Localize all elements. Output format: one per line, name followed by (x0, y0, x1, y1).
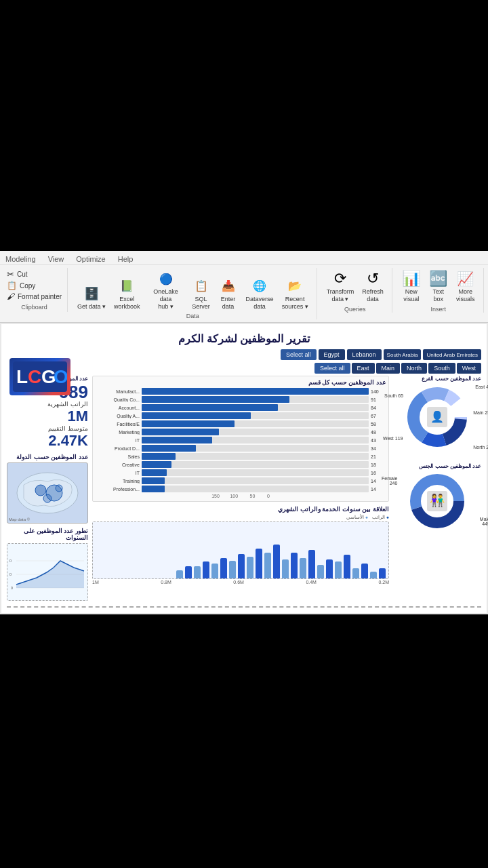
dept-bar-value: 140 (371, 389, 386, 394)
filter-bar-row1: Select all Egypt Lebanon South Arabia Un… (7, 349, 481, 360)
filter-select-all[interactable]: Select all (281, 349, 317, 360)
cut-button[interactable]: ✂ Cut (7, 269, 62, 279)
text-box-button[interactable]: 🔤 Textbox (426, 268, 451, 304)
filter2-south[interactable]: South (428, 363, 455, 374)
dept-bar-row: Quality A... 67 (96, 412, 386, 419)
filter-egypt[interactable]: Egypt (319, 349, 345, 360)
new-visual-button[interactable]: 📊 Newvisual (399, 268, 424, 304)
dash-content: عدد الموظفين حسب الفرع 👤 (7, 376, 481, 601)
dashboard-wrapper: L C G O تقرير الموظفين لشركة الكرم Selec… (0, 323, 488, 614)
dept-bar-row: Marketing 48 (96, 429, 386, 435)
dept-bar-fill (142, 396, 289, 403)
dept-chart-axis: 0 50 100 150 (96, 494, 386, 498)
map-attribution: © Map data (9, 517, 30, 521)
scatter-bar-dark (256, 549, 262, 578)
dataverse-icon: 🌐 (250, 277, 269, 296)
clipboard-label: Clipboard (7, 304, 62, 311)
filter-lebanon[interactable]: Lebanon (347, 349, 382, 360)
dept-bar-track (142, 477, 369, 484)
dept-bar-label: Quality A... (96, 414, 140, 418)
dept-bar-value: 67 (371, 414, 386, 418)
ribbon-tab-bar: Modeling View Optimize Help (0, 254, 488, 265)
scatter-bar-dark (203, 561, 209, 578)
new-visual-icon: 📊 (402, 269, 421, 288)
report-title: تقرير الموظفين لشركة الكرم (178, 333, 309, 344)
trend-line-chart: 0 200 400 (7, 543, 88, 601)
dept-bar-track (142, 404, 369, 411)
enter-data-button[interactable]: 📥 Enterdata (216, 275, 241, 312)
dept-bar-track (142, 486, 369, 492)
bottom-black-area (0, 614, 488, 865)
dept-bar-fill (142, 461, 171, 468)
onelake-button[interactable]: 🔵 OneLake datahub ▾ (146, 268, 186, 311)
queries-group-items: ⟳ Transformdata ▾ ↺ Refreshdata (324, 268, 386, 304)
dept-bar-label: IT (96, 471, 140, 475)
clipboard-group: ✂ Cut 📋 Copy 🖌 Format painter Clipboard (1, 268, 68, 312)
kpi-rating-label: متوسط التقييم (7, 425, 88, 432)
dept-bar-label: Training (96, 479, 140, 484)
filter-uae[interactable]: United Arab Emirates (423, 349, 481, 360)
tab-view[interactable]: View (48, 255, 64, 263)
tab-modeling[interactable]: Modeling (5, 255, 36, 263)
country-map: © Map data (7, 462, 88, 524)
scatter-bar-dark (326, 559, 333, 578)
dept-bar-fill (142, 412, 251, 419)
dataverse-button[interactable]: 🌐 Dataversedata (243, 275, 277, 312)
tab-help[interactable]: Help (118, 255, 134, 263)
onelake-icon: 🔵 (157, 269, 176, 288)
svg-text:O: O (54, 366, 67, 387)
get-data-button[interactable]: 🗄️ Get data ▾ (75, 283, 108, 312)
insert-group-label: Insert (431, 306, 447, 313)
scatter-x-axis: 0.2M0.4M0.6M0.8M1M (92, 580, 389, 585)
scatter-bar-dark (344, 555, 350, 578)
dept-bar-label: IT (96, 438, 140, 443)
dept-bar-label: Account... (96, 406, 140, 410)
refresh-icon: ↺ (363, 269, 382, 288)
format-painter-button[interactable]: 🖌 Format painter (7, 292, 62, 301)
sql-server-button[interactable]: 📋 SQLServer (189, 275, 214, 312)
queries-group-label: Queries (344, 306, 366, 313)
dept-bar-track (142, 429, 369, 435)
filter2-main[interactable]: Main (376, 363, 401, 374)
filter2-north[interactable]: North (401, 363, 427, 374)
scatter-legend: ● الراتب ● الأساسي (92, 515, 389, 520)
dept-bar-row: Product D... 34 (96, 445, 386, 452)
scatter-bar-dark (379, 568, 386, 578)
excel-workbook-button[interactable]: 📗 Excelworkbook (111, 275, 143, 312)
dept-bar-row: Facilities/E 58 (96, 420, 386, 427)
tab-optimize[interactable]: Optimize (76, 255, 105, 263)
dept-bar-fill (142, 388, 369, 395)
dept-bar-value: 58 (371, 422, 386, 427)
scatter-bar-light (352, 568, 359, 578)
svg-text:👤: 👤 (430, 410, 444, 423)
more-visuals-icon: 📈 (456, 269, 475, 288)
more-visuals-button[interactable]: 📈 Morevisuals (453, 268, 478, 304)
dept-bar-row: Sales 21 (96, 453, 386, 460)
recent-sources-button[interactable]: 📂 Recentsources ▾ (279, 275, 311, 312)
trend-chart-title: تطور عدد الموظفين على السنوات (7, 528, 88, 541)
dept-bar-fill (142, 486, 165, 492)
filter2-west[interactable]: West (457, 363, 481, 374)
dept-bar-fill (142, 445, 196, 452)
dept-bar-row: Quality Co... 91 (96, 396, 386, 403)
insert-group: 📊 Newvisual 🔤 Textbox 📈 Morevisuals Inse… (394, 268, 484, 313)
svg-text:C: C (28, 366, 42, 387)
transform-data-button[interactable]: ⟳ Transformdata ▾ (324, 268, 357, 304)
filter2-east[interactable]: East (352, 363, 375, 374)
dept-bar-label: Product D... (96, 446, 140, 451)
scatter-bar-light (300, 558, 306, 578)
scatter-chart (92, 521, 389, 579)
recent-sources-icon: 📂 (285, 277, 304, 296)
copy-button[interactable]: 📋 Copy (7, 281, 62, 290)
scatter-bar-dark (308, 550, 315, 578)
filter-south-arabia[interactable]: South Arabia (384, 349, 422, 360)
trend-chart-section: تطور عدد الموظفين على السنوات (7, 528, 88, 601)
scatter-bar-light (176, 570, 183, 578)
scatter-bar-dark (361, 564, 368, 578)
dept-bar-value: 14 (371, 487, 386, 492)
dept-bar-fill (142, 477, 165, 484)
dept-bar-fill (142, 469, 167, 476)
dept-bar-fill (142, 404, 278, 411)
refresh-data-button[interactable]: ↺ Refreshdata (359, 268, 386, 304)
filter2-select-all[interactable]: Select all (314, 363, 350, 374)
